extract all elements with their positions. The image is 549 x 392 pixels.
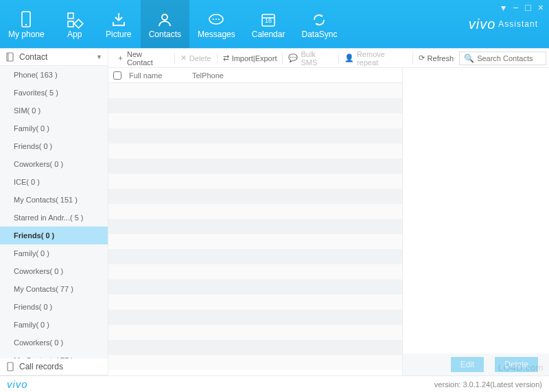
- search-input[interactable]: [477, 54, 541, 62]
- close-window-button[interactable]: ×: [538, 3, 544, 12]
- transfer-icon: ⇄: [223, 54, 229, 62]
- table-row: [108, 234, 402, 249]
- toolbar: ＋ New Contact ✕ Delete ⇄ Import|Export 💬…: [108, 49, 549, 68]
- tab-label: Picture: [106, 30, 131, 39]
- minimize-window-button[interactable]: −: [513, 3, 518, 12]
- button-label: New Contact: [127, 50, 169, 67]
- svg-point-8: [215, 19, 217, 20]
- sidebar-section-call-records[interactable]: Call records: [0, 358, 108, 376]
- tab-messages[interactable]: Messages: [189, 0, 244, 48]
- picture-icon: [109, 10, 128, 30]
- table-row: [108, 355, 402, 370]
- window-buttons: ▾ − □ ×: [501, 3, 544, 12]
- book-icon: [5, 52, 15, 62]
- table-row: [108, 295, 402, 310]
- new-contact-button[interactable]: ＋ New Contact: [111, 49, 174, 67]
- table-rows: [108, 83, 402, 376]
- sync-icon: [309, 10, 329, 30]
- table-row: [108, 83, 402, 98]
- svg-point-7: [213, 19, 214, 20]
- sidebar: Contact ▼ Phone( 163 )Favorites( 5 )SIM(…: [0, 49, 108, 376]
- tab-my-phone[interactable]: My phone: [0, 0, 53, 48]
- tab-datasync[interactable]: DataSync: [293, 0, 345, 48]
- call-icon: [5, 362, 15, 371]
- sidebar-category[interactable]: My Contacts( 151 ): [0, 191, 108, 209]
- column-fullname[interactable]: Full name: [126, 71, 189, 80]
- apps-icon: [65, 10, 84, 30]
- person-icon: 👤: [344, 54, 354, 62]
- search-box[interactable]: 🔍: [459, 51, 546, 65]
- version-text: version: 3.0.1.24(Latest version): [434, 380, 542, 389]
- sidebar-category[interactable]: Coworkers( 0 ): [0, 155, 108, 173]
- select-all-cell[interactable]: [108, 71, 126, 80]
- sidebar-category[interactable]: Starred in Andr...( 5 ): [0, 209, 108, 227]
- button-label: Refresh: [428, 54, 454, 62]
- tab-contacts[interactable]: Contacts: [141, 0, 189, 48]
- calendar-day: 16: [259, 17, 278, 24]
- phone-icon: [16, 10, 36, 30]
- select-all-checkbox[interactable]: [113, 71, 121, 80]
- table-row: [108, 310, 402, 325]
- svg-rect-12: [7, 53, 13, 61]
- button-label: Bulk SMS: [301, 50, 333, 67]
- messages-icon: [207, 10, 226, 30]
- chevron-down-icon: ▼: [96, 54, 102, 60]
- edit-button: Edit: [451, 357, 484, 372]
- remove-repeat-button: 👤 Remove repeat: [339, 49, 412, 67]
- sidebar-category[interactable]: Family( 0 ): [0, 244, 108, 262]
- tab-label: Calendar: [252, 30, 285, 39]
- sidebar-category[interactable]: Family( 0 ): [0, 119, 108, 137]
- sidebar-category[interactable]: Friends( 0 ): [0, 298, 108, 316]
- plus-icon: ＋: [117, 53, 124, 63]
- tab-picture[interactable]: Picture: [97, 0, 141, 48]
- svg-rect-14: [8, 362, 13, 371]
- sidebar-category[interactable]: Phone( 163 ): [0, 66, 108, 84]
- sidebar-category[interactable]: Favorites( 5 ): [0, 84, 108, 102]
- sidebar-category[interactable]: Coworkers( 0 ): [0, 262, 108, 280]
- refresh-button[interactable]: ⟳ Refresh: [413, 49, 460, 67]
- table-row: [108, 264, 402, 279]
- tab-calendar[interactable]: 16 Calendar: [244, 0, 294, 48]
- table-row: [108, 143, 402, 159]
- menu-window-button[interactable]: ▾: [501, 3, 506, 12]
- table-row: [108, 204, 402, 219]
- sidebar-category[interactable]: Friends( 0 ): [0, 227, 108, 244]
- footer: vivo version: 3.0.1.24(Latest version): [0, 376, 549, 392]
- tab-label: My phone: [8, 30, 45, 39]
- contacts-icon: [155, 10, 174, 30]
- table-row: [108, 174, 402, 189]
- table-row: [108, 340, 402, 355]
- button-label: Import|Export: [232, 54, 277, 62]
- main: Contact ▼ Phone( 163 )Favorites( 5 )SIM(…: [0, 48, 549, 376]
- search-icon: 🔍: [464, 54, 474, 63]
- calendar-icon: 16: [259, 10, 278, 30]
- detail-body: [403, 68, 549, 354]
- table-area: Full name TelPhone: [108, 68, 402, 376]
- sidebar-category[interactable]: Family( 0 ): [0, 316, 108, 334]
- table-row: [108, 279, 402, 295]
- body-row: Full name TelPhone Edit Delete: [108, 68, 549, 376]
- table-row: [108, 219, 402, 234]
- svg-point-1: [25, 24, 27, 25]
- button-label: Remove repeat: [357, 50, 407, 67]
- column-telphone[interactable]: TelPhone: [189, 71, 402, 80]
- sidebar-category[interactable]: My Contacts( 77 ): [0, 280, 108, 298]
- sidebar-category[interactable]: SIM( 0 ): [0, 102, 108, 119]
- tab-label: Messages: [198, 30, 235, 39]
- table-row: [108, 159, 402, 174]
- tab-app[interactable]: App: [53, 0, 97, 48]
- refresh-icon: ⟳: [419, 54, 425, 62]
- table-row: [108, 98, 402, 113]
- sidebar-category[interactable]: Coworkers( 0 ): [0, 334, 108, 351]
- chat-icon: 💬: [288, 54, 298, 62]
- sidebar-category[interactable]: My Contacts( 77 ): [0, 351, 108, 358]
- maximize-window-button[interactable]: □: [525, 3, 530, 12]
- sidebar-category[interactable]: ICE( 0 ): [0, 173, 108, 191]
- sidebar-category[interactable]: Friends( 0 ): [0, 137, 108, 155]
- sidebar-section-contact[interactable]: Contact ▼: [0, 49, 108, 66]
- section-title: Contact: [19, 52, 47, 62]
- table-row: [108, 189, 402, 204]
- detail-actions: Edit Delete: [403, 354, 549, 376]
- footer-logo: vivo: [7, 378, 28, 390]
- import-export-button[interactable]: ⇄ Import|Export: [218, 49, 283, 67]
